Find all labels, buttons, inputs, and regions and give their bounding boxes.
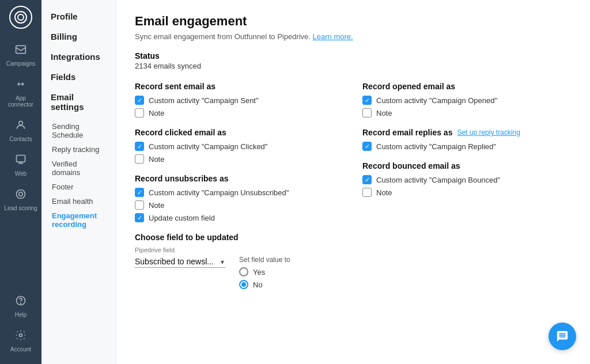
nav-integrations[interactable]: Integrations (51, 52, 107, 62)
record-unsubscribes-title: Record unsubscribes as (135, 174, 344, 183)
app-logo[interactable] (9, 6, 32, 29)
sidebar-item-label: Help (15, 312, 27, 318)
choose-field-title: Choose field to be updated (135, 233, 344, 242)
learn-more-link[interactable]: Learn more. (313, 32, 353, 41)
left-column: Record sent email as ✓ Custom activity "… (135, 82, 344, 293)
nav-engagement-recording[interactable]: Engagement recording (51, 211, 107, 229)
bounced-activity-checkbox[interactable]: ✓ (362, 175, 372, 184)
page-title: Email engagement (135, 14, 572, 29)
sidebar-item-campaigns[interactable]: Campaigns (0, 38, 41, 73)
opened-activity-checkbox[interactable]: ✓ (362, 96, 372, 105)
radio-yes[interactable] (239, 267, 248, 276)
nav-sending-schedule[interactable]: Sending Schedule (51, 122, 107, 139)
sent-note-checkbox[interactable] (135, 108, 144, 117)
record-sent-title: Record sent email as (135, 82, 344, 91)
svg-point-6 (19, 192, 23, 196)
web-icon (15, 154, 27, 168)
sidebar-item-label: Campaigns (6, 60, 36, 67)
sent-activity-checkbox[interactable]: ✓ (135, 96, 144, 105)
clicked-note-checkbox[interactable] (135, 154, 144, 164)
sidebar-item-label: Lead scoring (4, 205, 37, 211)
contacts-icon (15, 119, 27, 134)
status-label: Status (135, 51, 572, 60)
sent-activity-row: ✓ Custom activity "Campaign Sent" (135, 96, 344, 105)
page-subtitle: Sync email engagement from Outfunnel to … (135, 32, 572, 41)
clicked-activity-checkbox[interactable]: ✓ (135, 142, 144, 151)
sidebar-item-label: App connector (3, 95, 38, 108)
record-replies-title: Record email replies as Set up reply tra… (362, 128, 572, 137)
bounced-activity-row: ✓ Custom activity "Campaign Bounced" (362, 175, 572, 184)
nav-email-health[interactable]: Email health (51, 197, 107, 206)
replies-activity-row: ✓ Custom activity "Campaign Replied" (362, 142, 572, 151)
opened-activity-row: ✓ Custom activity "Campaign Opened" (362, 96, 572, 105)
sidebar-item-contacts[interactable]: Contacts (0, 113, 41, 148)
svg-rect-4 (17, 156, 25, 162)
set-field-value: Set field value to Yes No (239, 256, 290, 293)
campaigns-icon (15, 44, 27, 58)
account-icon (15, 329, 27, 344)
choose-field-section: Choose field to be updated Pipedrive fie… (135, 233, 344, 293)
record-bounced-title: Record bounced email as (362, 161, 572, 170)
record-opened-section: Record opened email as ✓ Custom activity… (362, 82, 572, 117)
svg-point-3 (19, 121, 23, 125)
record-unsubscribes-section: Record unsubscribes as ✓ Custom activity… (135, 174, 344, 222)
record-clicked-section: Record clicked email as ✓ Custom activit… (135, 128, 344, 164)
sidebar-item-web[interactable]: Web (0, 148, 41, 183)
radio-no[interactable] (239, 280, 248, 289)
opened-note-checkbox[interactable] (362, 108, 372, 117)
svg-point-5 (17, 190, 25, 199)
nav-billing[interactable]: Billing (51, 32, 107, 41)
lead-scoring-icon (15, 188, 27, 203)
record-bounced-section: Record bounced email as ✓ Custom activit… (362, 161, 572, 197)
set-field-label: Set field value to (239, 256, 290, 264)
sidebar-item-label: Contacts (9, 136, 32, 142)
record-sent-section: Record sent email as ✓ Custom activity "… (135, 82, 344, 117)
opened-note-row: Note (362, 108, 572, 117)
pipedrive-label: Pipedrive field (135, 247, 344, 253)
sidebar-item-help[interactable]: Help (0, 289, 41, 324)
svg-rect-2 (16, 46, 26, 53)
radio-yes-row: Yes (239, 267, 290, 276)
main-content: Email engagement Sync email engagement f… (116, 0, 590, 364)
pipedrive-field-select[interactable]: Subscribed to newsl... (135, 256, 225, 268)
unsub-activity-row: ✓ Custom activity "Campaign Unsubscribed… (135, 188, 344, 197)
sidebar-item-app-connector[interactable]: App connector (0, 73, 41, 113)
sidebar-item-lead-scoring[interactable]: Lead scoring (0, 183, 41, 217)
record-clicked-title: Record clicked email as (135, 128, 344, 137)
unsub-note-row: Note (135, 200, 344, 210)
sidebar-item-label: Web (15, 170, 27, 177)
field-row: Subscribed to newsl... ▾ Set field value… (135, 256, 344, 293)
nav-fields[interactable]: Fields (51, 72, 107, 82)
unsub-activity-checkbox[interactable]: ✓ (135, 188, 144, 197)
right-column: Record opened email as ✓ Custom activity… (362, 82, 572, 293)
nav-profile[interactable]: Profile (51, 12, 107, 21)
clicked-note-row: Note (135, 154, 344, 164)
sent-note-row: Note (135, 108, 344, 117)
nav-verified-domains[interactable]: Verified domains (51, 160, 107, 177)
sidebar: Campaigns App connector Contacts Web Lea… (0, 0, 41, 364)
left-nav: Profile Billing Integrations Fields Emai… (41, 0, 116, 364)
record-replies-section: Record email replies as Set up reply tra… (362, 128, 572, 151)
svg-point-8 (21, 304, 21, 304)
chat-button[interactable] (549, 323, 576, 350)
clicked-activity-row: ✓ Custom activity "Campaign Clicked" (135, 142, 344, 151)
unsub-field-row: ✓ Update custom field (135, 213, 344, 222)
bounced-note-checkbox[interactable] (362, 188, 372, 197)
nav-email-settings[interactable]: Email settings (51, 92, 107, 112)
nav-footer[interactable]: Footer (51, 183, 107, 191)
nav-reply-tracking[interactable]: Reply tracking (51, 145, 107, 154)
record-opened-title: Record opened email as (362, 82, 572, 91)
svg-point-1 (18, 14, 24, 20)
sidebar-item-account[interactable]: Account (0, 324, 41, 358)
unsub-field-checkbox[interactable]: ✓ (135, 213, 144, 222)
status-value: 2134 emails synced (135, 62, 572, 70)
bounced-note-row: Note (362, 188, 572, 197)
replies-activity-checkbox[interactable]: ✓ (362, 142, 372, 151)
pipedrive-field-wrapper: Subscribed to newsl... ▾ (135, 256, 225, 268)
app-connector-icon (15, 78, 27, 93)
help-icon (15, 295, 27, 309)
records-grid: Record sent email as ✓ Custom activity "… (135, 82, 572, 293)
unsub-note-checkbox[interactable] (135, 200, 144, 210)
sidebar-item-label: Account (10, 346, 31, 352)
setup-reply-tracking-link[interactable]: Set up reply tracking (457, 128, 520, 136)
